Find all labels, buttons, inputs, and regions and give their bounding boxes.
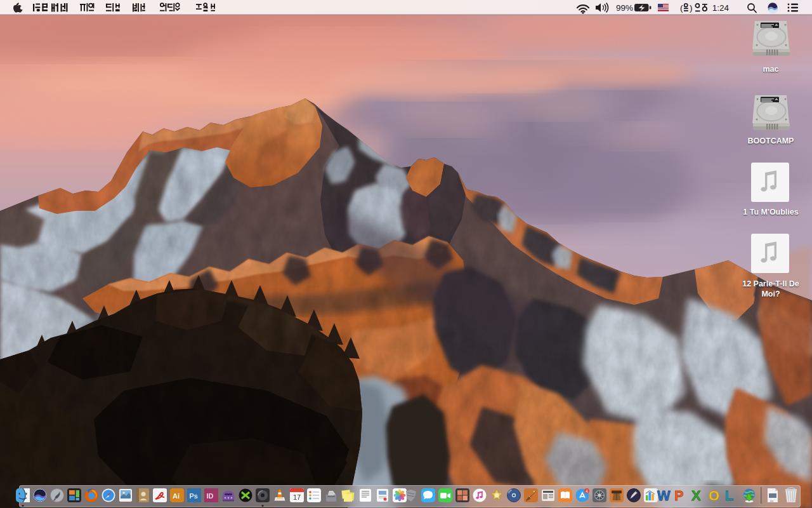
- svg-text:4: 4: [586, 489, 588, 493]
- svg-text:P: P: [674, 488, 684, 504]
- svg-text:Ps: Ps: [190, 492, 198, 500]
- svg-text:L: L: [725, 488, 733, 504]
- svg-text:(: (: [680, 3, 683, 13]
- svg-text:1:24: 1:24: [710, 3, 730, 13]
- svg-text:ID: ID: [207, 492, 214, 500]
- svg-text:W: W: [657, 488, 671, 504]
- svg-text:99%: 99%: [616, 3, 633, 13]
- svg-text:O: O: [709, 488, 719, 504]
- svg-text:Ai: Ai: [173, 492, 180, 500]
- svg-text:17: 17: [293, 493, 301, 501]
- svg-text:): ): [690, 3, 693, 13]
- svg-text:X: X: [691, 488, 701, 504]
- svg-text:jpg: jpg: [769, 499, 773, 502]
